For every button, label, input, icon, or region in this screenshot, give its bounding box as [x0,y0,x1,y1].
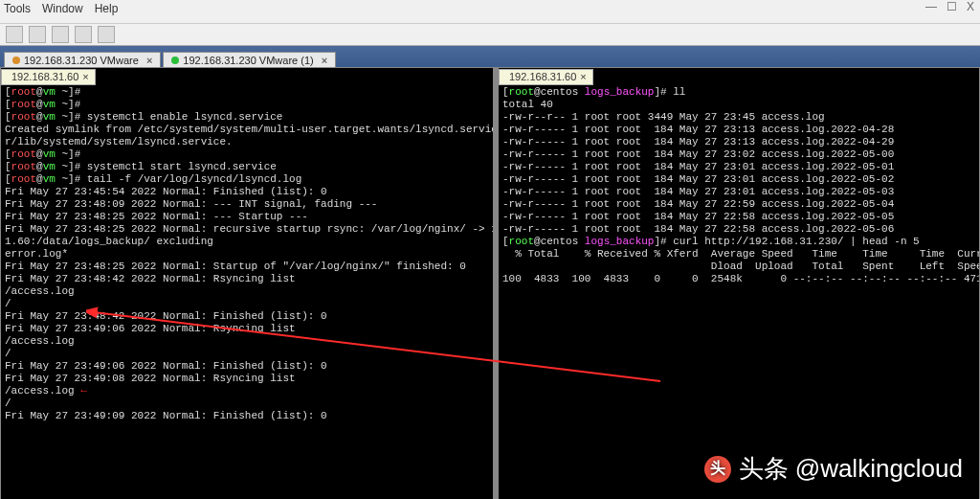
menu-tools[interactable]: Tools [4,2,31,21]
menu-window[interactable]: Window [42,2,83,21]
toolbar-icon[interactable] [75,26,92,43]
terminal-right[interactable]: 192.168.31.60 × [root@centos logs_backup… [498,67,980,499]
tab-label: 192.168.31.230 VMware (1) [183,55,313,66]
toolbar-icon[interactable] [6,26,23,43]
session-tab[interactable]: 192.168.31.230 VMware (1) × [163,52,336,68]
window-minimize-icon[interactable]: — [925,0,937,13]
tab-label: 192.168.31.230 VMware [24,55,139,66]
pane-tab[interactable]: 192.168.31.60 × [499,69,593,85]
toutiao-logo-icon: 头 [704,456,731,483]
status-dot-icon [171,57,179,64]
pane-tab[interactable]: 192.168.31.60 × [1,69,96,85]
pane-tab-label: 192.168.31.60 [509,71,576,83]
session-tabs: 192.168.31.230 VMware × 192.168.31.230 V… [0,46,980,67]
menubar: Tools Window Help [0,0,980,24]
terminal-output[interactable]: [root@centos logs_backup]# ll total 40 -… [499,85,979,499]
watermark: 头 头条 @walkingcloud [704,452,963,486]
toolbar-icon[interactable] [52,26,69,43]
close-icon[interactable]: × [322,55,327,66]
split-panes: 192.168.31.60 × [root@vm ~]# [root@vm ~]… [0,67,980,499]
toolbar-icon[interactable] [29,26,46,43]
close-icon[interactable]: × [580,71,586,83]
status-dot-icon [12,57,20,64]
session-tab[interactable]: 192.168.31.230 VMware × [4,52,161,68]
terminal-output[interactable]: [root@vm ~]# [root@vm ~]# [root@vm ~]# s… [1,85,493,499]
window-maximize-icon[interactable]: ☐ [947,0,957,13]
window-controls: — ☐ X [925,0,974,13]
window-close-icon[interactable]: X [967,0,974,13]
pane-tab-label: 192.168.31.60 [11,71,78,83]
menu-help[interactable]: Help [95,2,119,21]
watermark-text: 头条 @walkingcloud [739,452,963,486]
toolbar-icon[interactable] [98,26,115,43]
terminal-left[interactable]: 192.168.31.60 × [root@vm ~]# [root@vm ~]… [0,67,494,499]
close-icon[interactable]: × [82,71,88,83]
toolbar [0,24,980,46]
close-icon[interactable]: × [146,55,152,66]
